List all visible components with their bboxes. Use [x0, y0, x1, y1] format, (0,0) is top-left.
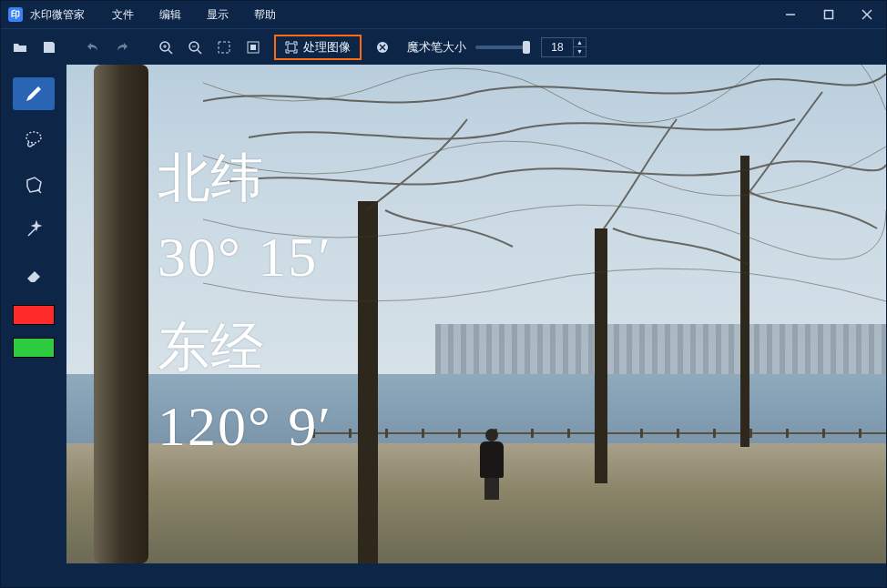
actual-size-button[interactable]: [240, 34, 267, 61]
redo-icon: [115, 40, 129, 55]
edited-image: 北纬 30° 15′ 东经 120° 9′: [66, 65, 886, 563]
tool-eraser[interactable]: [13, 259, 55, 292]
lasso-icon: [24, 129, 44, 149]
folder-open-icon: [13, 40, 27, 55]
person-figure: [476, 429, 507, 500]
close-button[interactable]: [848, 1, 886, 28]
menu-help[interactable]: 帮助: [241, 1, 289, 28]
tool-lasso[interactable]: [13, 123, 55, 156]
spinner-up[interactable]: ▲: [574, 38, 586, 47]
main-area: 北纬 30° 15′ 东经 120° 9′: [1, 65, 886, 587]
zoom-out-button[interactable]: [181, 34, 209, 61]
undo-icon: [86, 40, 100, 55]
brush-size-spinner[interactable]: ▲ ▼: [541, 37, 586, 57]
watermark-lon-label: 东经: [158, 312, 263, 383]
actual-size-icon: [246, 40, 260, 55]
redo-button[interactable]: [108, 34, 136, 61]
menu-view[interactable]: 显示: [194, 1, 241, 28]
tool-sidebar: [1, 65, 66, 587]
zoom-out-icon: [188, 40, 202, 55]
svg-line-9: [198, 50, 201, 54]
svg-rect-13: [250, 45, 256, 50]
svg-rect-1: [825, 11, 833, 19]
polygon-icon: [24, 175, 44, 195]
watermark-lat-label: 北纬: [158, 143, 263, 214]
minimize-icon: [785, 9, 796, 20]
svg-line-5: [168, 50, 172, 54]
process-image-label: 处理图像: [303, 39, 351, 56]
watermark-lon-value: 120° 9′: [158, 394, 332, 459]
color-swatch-red[interactable]: [13, 305, 55, 325]
color-swatch-green[interactable]: [13, 338, 55, 358]
spinner-down[interactable]: ▼: [574, 47, 586, 56]
zoom-in-button[interactable]: [152, 34, 179, 61]
app-title: 水印微管家: [30, 7, 85, 23]
zoom-in-icon: [158, 40, 173, 55]
open-button[interactable]: [6, 34, 34, 61]
process-icon: [285, 41, 298, 54]
brush-size-input[interactable]: [542, 38, 573, 56]
svg-point-17: [26, 132, 41, 143]
save-button[interactable]: [36, 34, 63, 61]
titlebar: 印 水印微管家 文件 编辑 显示 帮助: [1, 1, 886, 28]
svg-rect-11: [219, 42, 229, 53]
menu-file[interactable]: 文件: [99, 1, 147, 28]
tool-magic-wand[interactable]: [13, 214, 55, 247]
fit-icon: [217, 40, 231, 55]
brush-size-label: 魔术笔大小: [407, 39, 466, 56]
menu-edit[interactable]: 编辑: [147, 1, 194, 28]
maximize-button[interactable]: [810, 1, 848, 28]
tool-polygon[interactable]: [13, 168, 55, 201]
cancel-button[interactable]: [369, 34, 396, 61]
fit-screen-button[interactable]: [210, 34, 238, 61]
watermark-lat-value: 30° 15′: [158, 225, 332, 289]
eraser-icon: [24, 266, 44, 286]
close-icon: [862, 9, 872, 20]
toolbar: 处理图像 魔术笔大小 ▲ ▼: [1, 28, 886, 65]
tool-pencil[interactable]: [13, 77, 55, 110]
canvas-area[interactable]: 北纬 30° 15′ 东经 120° 9′: [66, 65, 886, 587]
app-logo-icon: 印: [8, 7, 23, 22]
magic-wand-icon: [24, 220, 44, 240]
undo-button[interactable]: [79, 34, 107, 61]
cancel-icon: [375, 40, 390, 55]
maximize-icon: [823, 9, 834, 20]
minimize-button[interactable]: [771, 1, 810, 28]
process-image-button[interactable]: 处理图像: [274, 35, 362, 60]
pencil-icon: [24, 84, 44, 104]
brush-size-slider[interactable]: [475, 46, 530, 49]
save-icon: [42, 40, 56, 55]
